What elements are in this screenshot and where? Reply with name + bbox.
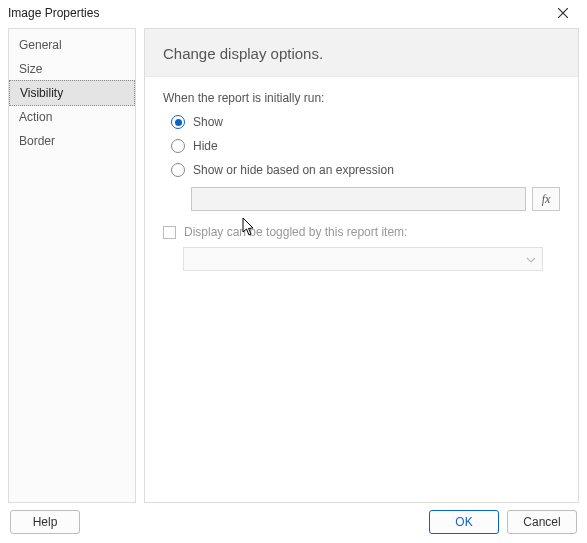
cancel-button[interactable]: Cancel	[507, 510, 577, 534]
close-icon	[558, 8, 568, 18]
sidebar: General Size Visibility Action Border	[8, 28, 136, 503]
content-heading: Change display options.	[145, 29, 578, 77]
expression-row: fx	[191, 187, 560, 211]
sidebar-item-size[interactable]: Size	[9, 57, 135, 81]
chevron-down-icon	[526, 252, 536, 266]
sidebar-item-general[interactable]: General	[9, 33, 135, 57]
radio-label: Hide	[193, 139, 218, 153]
dialog-body: General Size Visibility Action Border Ch…	[0, 28, 587, 503]
radio-label: Show or hide based on an expression	[193, 163, 394, 177]
content-main: When the report is initially run: Show H…	[145, 77, 578, 285]
expression-input[interactable]	[191, 187, 526, 211]
toggle-checkbox-label: Display can be toggled by this report it…	[184, 225, 407, 239]
radio-show[interactable]: Show	[171, 115, 560, 129]
ok-button[interactable]: OK	[429, 510, 499, 534]
sidebar-item-action[interactable]: Action	[9, 105, 135, 129]
close-button[interactable]	[545, 2, 581, 24]
radio-icon	[171, 139, 185, 153]
footer: Help OK Cancel	[0, 503, 587, 541]
toggle-checkbox-row[interactable]: Display can be toggled by this report it…	[163, 225, 560, 239]
section-label: When the report is initially run:	[163, 91, 560, 105]
radio-icon	[171, 115, 185, 129]
help-button[interactable]: Help	[10, 510, 80, 534]
toggle-item-dropdown[interactable]	[183, 247, 543, 271]
content-panel: Change display options. When the report …	[144, 28, 579, 503]
checkbox-icon	[163, 226, 176, 239]
sidebar-item-visibility[interactable]: Visibility	[9, 80, 135, 106]
expression-builder-button[interactable]: fx	[532, 187, 560, 211]
fx-icon: fx	[542, 192, 551, 207]
radio-expression[interactable]: Show or hide based on an expression	[171, 163, 560, 177]
sidebar-item-border[interactable]: Border	[9, 129, 135, 153]
radio-icon	[171, 163, 185, 177]
titlebar: Image Properties	[0, 0, 587, 28]
radio-hide[interactable]: Hide	[171, 139, 560, 153]
radio-label: Show	[193, 115, 223, 129]
window-title: Image Properties	[8, 6, 99, 20]
